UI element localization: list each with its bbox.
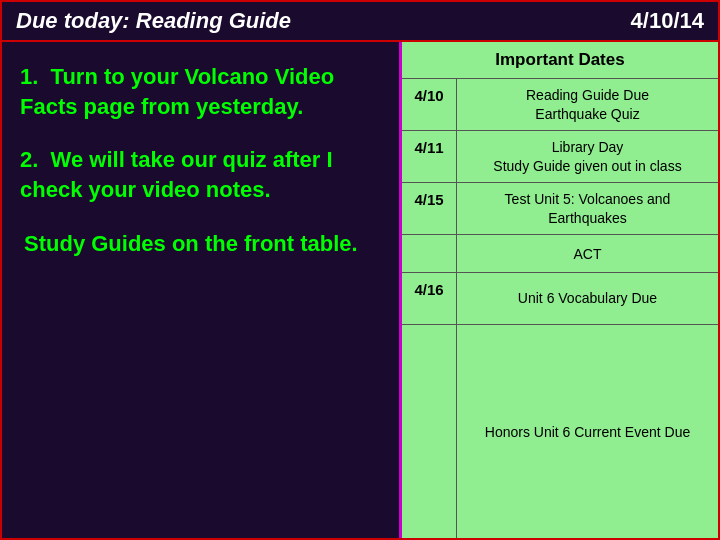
date-row-416: 4/16 Unit 6 Vocabulary Due — [402, 273, 718, 325]
date-row-410: 4/10 Reading Guide DueEarthquake Quiz — [402, 79, 718, 131]
date-cell-416: 4/16 — [402, 273, 457, 324]
left-item-3: Study Guides on the front table. — [20, 229, 381, 259]
event-cell-411: Library DayStudy Guide given out in clas… — [457, 131, 718, 182]
header-bar: Due today: Reading Guide 4/10/14 — [0, 0, 720, 42]
page-wrapper: Due today: Reading Guide 4/10/14 1. Turn… — [0, 0, 720, 540]
date-cell-410: 4/10 — [402, 79, 457, 130]
left-panel: 1. Turn to your Volcano Video Facts page… — [2, 42, 402, 538]
header-title: Due today: Reading Guide — [16, 8, 291, 34]
event-honors: Honors Unit 6 Current Event Due — [457, 325, 718, 538]
event-cell-410: Reading Guide DueEarthquake Quiz — [457, 79, 718, 130]
no-date-row-honors: Honors Unit 6 Current Event Due — [402, 325, 718, 538]
right-header: Important Dates — [402, 42, 718, 79]
no-date-spacer-2 — [402, 325, 457, 538]
event-act: ACT — [457, 235, 718, 272]
left-item-2: 2. We will take our quiz after I check y… — [20, 145, 381, 204]
date-cell-415: 4/15 — [402, 183, 457, 234]
right-panel: Important Dates 4/10 Reading Guide DueEa… — [402, 42, 718, 538]
date-row-415: 4/15 Test Unit 5: Volcanoes and Earthqua… — [402, 183, 718, 235]
main-content: 1. Turn to your Volcano Video Facts page… — [0, 42, 720, 540]
date-cell-411: 4/11 — [402, 131, 457, 182]
date-row-411: 4/11 Library DayStudy Guide given out in… — [402, 131, 718, 183]
no-date-row-act: ACT — [402, 235, 718, 273]
event-cell-416: Unit 6 Vocabulary Due — [457, 273, 718, 324]
left-item-1: 1. Turn to your Volcano Video Facts page… — [20, 62, 381, 121]
no-date-spacer — [402, 235, 457, 272]
event-cell-415: Test Unit 5: Volcanoes and Earthquakes — [457, 183, 718, 234]
header-date: 4/10/14 — [631, 8, 704, 34]
